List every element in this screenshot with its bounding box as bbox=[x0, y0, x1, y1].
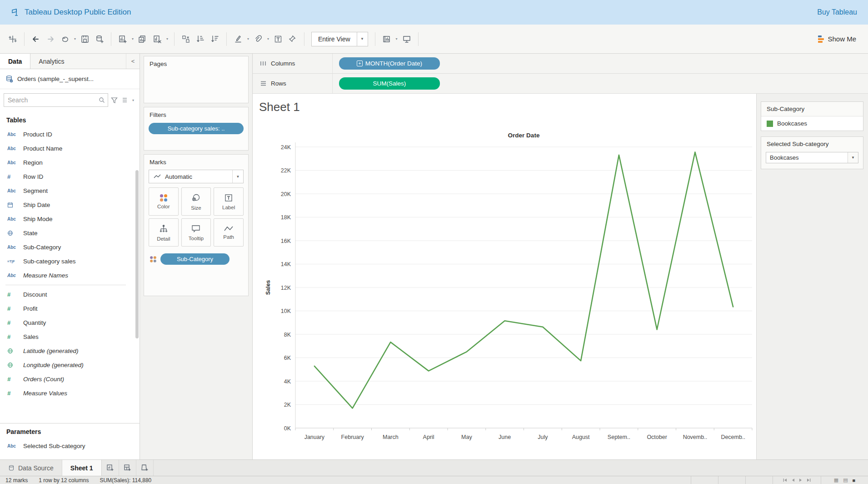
sort-ascending-button[interactable] bbox=[193, 32, 208, 46]
fields-list: Tables AbcProduct IDAbcProduct NameAbcRe… bbox=[0, 110, 140, 423]
fit-selector-caret[interactable]: ▼ bbox=[357, 32, 368, 46]
show-cards-button[interactable] bbox=[379, 32, 394, 46]
field-segment[interactable]: AbcSegment bbox=[0, 184, 140, 198]
mark-type-dropdown[interactable]: Automatic ▼ bbox=[149, 170, 244, 183]
columns-shelf[interactable]: Columns + MONTH(Order Date) bbox=[253, 54, 868, 74]
parameter-title: Selected Sub-category bbox=[761, 137, 863, 151]
mark-type-caret[interactable]: ▼ bbox=[232, 170, 243, 183]
globe-field-icon bbox=[7, 348, 19, 354]
field-sub-category[interactable]: AbcSub-Category bbox=[0, 240, 140, 254]
label-button[interactable]: Label bbox=[214, 187, 244, 216]
clear-sheet-button[interactable] bbox=[150, 32, 165, 46]
parameter-dropdown[interactable]: Bookcases ▼ bbox=[766, 152, 858, 163]
last-record-icon[interactable] bbox=[807, 478, 811, 482]
tooltip-button[interactable]: Tooltip bbox=[181, 218, 211, 247]
filter-fields-icon[interactable] bbox=[111, 97, 118, 104]
new-worksheet-caret[interactable]: ▾ bbox=[130, 37, 135, 41]
color-assignment-icon[interactable] bbox=[150, 256, 156, 262]
field-quantity[interactable]: #Quantity bbox=[0, 316, 140, 330]
abc-field-icon: Abc bbox=[7, 273, 19, 278]
field-ship-mode[interactable]: AbcShip Mode bbox=[0, 212, 140, 226]
field-state[interactable]: State bbox=[0, 226, 140, 240]
tab-sheet1[interactable]: Sheet 1 bbox=[62, 460, 102, 476]
field-ship-date[interactable]: Ship Date bbox=[0, 198, 140, 212]
tableau-logo-icon[interactable] bbox=[5, 32, 20, 46]
rows-shelf[interactable]: Rows SUM(Sales) bbox=[253, 74, 868, 94]
legend-item-bookcases[interactable]: Bookcases bbox=[761, 116, 863, 131]
clear-sheet-caret[interactable]: ▾ bbox=[165, 37, 170, 41]
data-source-item[interactable]: Orders (sample_-_superst... bbox=[0, 69, 140, 89]
chart-canvas[interactable]: Order Date0K2K4K6K8K10K12K14K16K18K20K22… bbox=[253, 94, 757, 459]
undo-button[interactable] bbox=[29, 32, 43, 46]
field-profit[interactable]: #Profit bbox=[0, 302, 140, 316]
field-product-name[interactable]: AbcProduct Name bbox=[0, 141, 140, 156]
svg-text:4K: 4K bbox=[284, 378, 291, 385]
rows-pill-sum-sales[interactable]: SUM(Sales) bbox=[339, 77, 440, 90]
detail-view-icon[interactable]: ■ bbox=[853, 478, 856, 483]
view-options-caret[interactable]: ▾ bbox=[130, 98, 136, 102]
list-view-icon[interactable]: ▤ bbox=[843, 477, 848, 483]
show-cards-caret[interactable]: ▾ bbox=[394, 37, 399, 41]
search-box[interactable] bbox=[4, 93, 108, 107]
field-latitude-generated-[interactable]: Latitude (generated) bbox=[0, 344, 140, 358]
field-row-id[interactable]: #Row ID bbox=[0, 170, 140, 184]
new-worksheet-tab-button[interactable] bbox=[102, 460, 119, 476]
new-dashboard-tab-button[interactable] bbox=[119, 460, 136, 476]
format-links-icon[interactable] bbox=[251, 32, 265, 46]
format-links-caret[interactable]: ▾ bbox=[265, 37, 271, 41]
highlight-button[interactable] bbox=[231, 32, 245, 46]
field-product-id[interactable]: AbcProduct ID bbox=[0, 127, 140, 141]
show-me-button[interactable]: Show Me bbox=[812, 35, 863, 43]
field-measure-values[interactable]: #Measure Values bbox=[0, 386, 140, 400]
previous-record-icon[interactable] bbox=[791, 478, 795, 482]
save-button[interactable] bbox=[78, 32, 92, 46]
filter-pill-subcategory-sales[interactable]: Sub-category sales: .. bbox=[149, 123, 244, 134]
columns-pill-month-order-date[interactable]: + MONTH(Order Date) bbox=[339, 57, 440, 70]
parameter-selected-sub-category[interactable]: AbcSelected Sub-category bbox=[0, 439, 140, 453]
detail-button[interactable]: Detail bbox=[149, 218, 179, 247]
field-measure-names[interactable]: AbcMeasure Names bbox=[0, 268, 140, 282]
new-worksheet-button[interactable] bbox=[115, 32, 130, 46]
replay-button[interactable] bbox=[58, 32, 72, 46]
replay-caret[interactable]: ▾ bbox=[72, 37, 78, 41]
redo-button[interactable] bbox=[43, 32, 58, 46]
field-sub-category-sales[interactable]: =T|FSub-category sales bbox=[0, 254, 140, 268]
field-longitude-generated-[interactable]: Longitude (generated) bbox=[0, 358, 140, 372]
fields-scrollbar[interactable] bbox=[135, 170, 139, 338]
abc-field-icon: Abc bbox=[7, 188, 19, 193]
new-data-source-button[interactable] bbox=[92, 32, 107, 46]
show-mark-labels-button[interactable] bbox=[271, 32, 285, 46]
parameter-caret[interactable]: ▼ bbox=[848, 152, 858, 163]
marks-pill-subcategory[interactable]: Sub-Category bbox=[160, 253, 229, 265]
field-discount[interactable]: #Discount bbox=[0, 287, 140, 302]
collapse-pane-chevron[interactable]: < bbox=[126, 54, 140, 69]
tab-analytics[interactable]: Analytics bbox=[30, 54, 126, 69]
tab-data-source[interactable]: Data Source bbox=[0, 460, 62, 476]
calc-field-icon: =T|F bbox=[7, 259, 19, 263]
highlight-caret[interactable]: ▾ bbox=[245, 37, 251, 41]
next-record-icon[interactable] bbox=[799, 478, 803, 482]
new-story-tab-button[interactable] bbox=[136, 460, 154, 476]
dimension-measure-divider bbox=[5, 285, 126, 285]
first-record-icon[interactable] bbox=[783, 478, 787, 482]
field-sales[interactable]: #Sales bbox=[0, 330, 140, 344]
fit-selector[interactable]: Entire View ▼ bbox=[311, 32, 368, 46]
color-button[interactable]: Color bbox=[149, 187, 179, 216]
duplicate-sheet-button[interactable] bbox=[135, 32, 150, 46]
path-button[interactable]: Path bbox=[214, 218, 244, 247]
size-button[interactable]: Size bbox=[181, 187, 211, 216]
view-options-icon[interactable] bbox=[120, 97, 128, 103]
presentation-mode-button[interactable] bbox=[399, 32, 414, 46]
grid-view-icon[interactable]: ▦ bbox=[834, 477, 838, 483]
filters-card[interactable]: Filters Sub-category sales: .. bbox=[144, 107, 249, 151]
field-orders-count-[interactable]: #Orders (Count) bbox=[0, 372, 140, 386]
expand-date-icon[interactable]: + bbox=[357, 60, 363, 66]
swap-rows-columns-button[interactable] bbox=[179, 32, 193, 46]
tab-data[interactable]: Data bbox=[0, 54, 30, 69]
sort-descending-button[interactable] bbox=[208, 32, 222, 46]
buy-tableau-link[interactable]: Buy Tableau bbox=[817, 8, 857, 16]
fix-axes-pin-button[interactable] bbox=[285, 32, 300, 46]
pages-card[interactable]: Pages bbox=[144, 56, 249, 103]
search-input[interactable] bbox=[4, 96, 99, 104]
field-region[interactable]: AbcRegion bbox=[0, 156, 140, 170]
